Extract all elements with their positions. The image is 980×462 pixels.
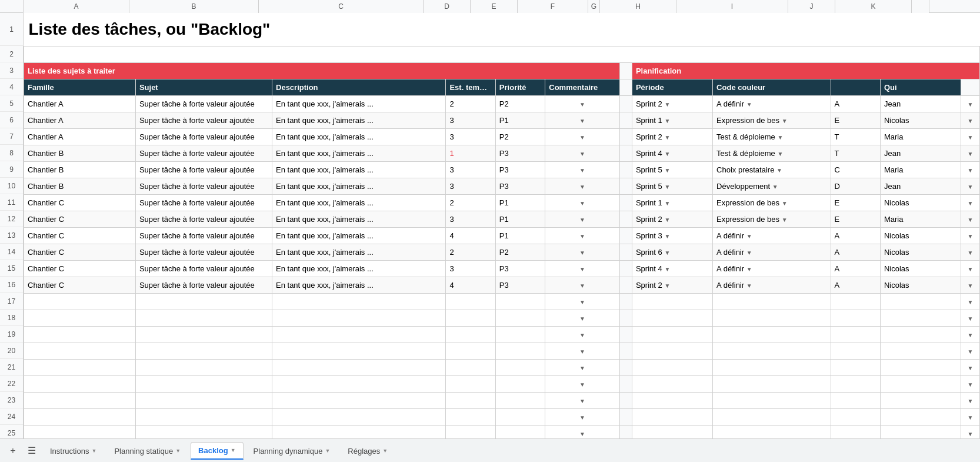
cell-est-temps[interactable]: 2 bbox=[446, 244, 495, 260]
cell-qui-dropdown[interactable]: ▼ bbox=[961, 178, 980, 194]
cell-description[interactable]: En tant que xxx, j'aimerais ... bbox=[272, 277, 446, 293]
commentaire-dropdown[interactable]: ▼ bbox=[579, 134, 585, 141]
cell-priorite[interactable]: P3 bbox=[495, 145, 545, 161]
cell-commentaire[interactable]: ▼ bbox=[545, 260, 620, 277]
cell-description[interactable]: En tant que xxx, j'aimerais ... bbox=[272, 145, 446, 161]
cell-qui-dropdown[interactable]: ▼ bbox=[961, 112, 980, 128]
empty-cell[interactable] bbox=[831, 310, 880, 326]
empty-cell[interactable]: ▼ bbox=[545, 408, 620, 425]
qui-dropdown[interactable]: ▼ bbox=[968, 217, 974, 223]
cell-qui[interactable]: Nicolas bbox=[880, 277, 961, 293]
empty-cell[interactable] bbox=[713, 408, 831, 425]
cell-periode[interactable]: Sprint 4 ▼ bbox=[632, 145, 712, 161]
cell-qui[interactable]: Jean bbox=[880, 145, 961, 161]
cell-priorite[interactable]: P2 bbox=[495, 128, 545, 145]
empty-cell[interactable] bbox=[24, 293, 136, 310]
empty-cell[interactable] bbox=[880, 310, 961, 326]
cell-periode[interactable]: Sprint 1 ▼ bbox=[632, 112, 712, 128]
cell-est-temps[interactable]: 3 bbox=[446, 161, 495, 178]
empty-cell[interactable] bbox=[831, 375, 880, 392]
qui-dropdown[interactable]: ▼ bbox=[968, 184, 974, 190]
qui-dropdown[interactable]: ▼ bbox=[968, 200, 974, 207]
cell-periode[interactable]: Sprint 1 ▼ bbox=[632, 194, 712, 211]
empty-cell[interactable] bbox=[632, 310, 712, 326]
cell-periode[interactable]: Sprint 4 ▼ bbox=[632, 260, 712, 277]
empty-cell[interactable] bbox=[880, 408, 961, 425]
empty-cell[interactable] bbox=[831, 293, 880, 310]
empty-cell[interactable] bbox=[272, 343, 446, 359]
code-couleur-dropdown[interactable]: ▼ bbox=[776, 167, 782, 174]
cell-qui-dropdown[interactable]: ▼ bbox=[961, 194, 980, 211]
empty-cell[interactable] bbox=[446, 293, 495, 310]
code-couleur-dropdown[interactable]: ▼ bbox=[746, 101, 752, 108]
cell-qui-dropdown[interactable]: ▼ bbox=[961, 161, 980, 178]
empty-cell[interactable] bbox=[446, 310, 495, 326]
empty-cell[interactable] bbox=[632, 375, 712, 392]
cell-sujet[interactable]: Super tâche à forte valeur ajoutée bbox=[135, 277, 272, 293]
empty-cell[interactable] bbox=[713, 359, 831, 375]
cell-priorite[interactable]: P2 bbox=[495, 95, 545, 112]
commentaire-dropdown[interactable]: ▼ bbox=[579, 233, 585, 240]
empty-cell[interactable] bbox=[495, 293, 545, 310]
qui-dropdown[interactable]: ▼ bbox=[968, 250, 974, 256]
empty-cell[interactable] bbox=[272, 375, 446, 392]
cell-commentaire[interactable]: ▼ bbox=[545, 211, 620, 227]
empty-cell[interactable] bbox=[632, 343, 712, 359]
empty-cell[interactable] bbox=[713, 392, 831, 408]
cell-qui-dropdown[interactable]: ▼ bbox=[961, 260, 980, 277]
cell-qui-dropdown[interactable]: ▼ bbox=[961, 145, 980, 161]
cell-code-couleur[interactable]: Choix prestataire ▼ bbox=[713, 161, 831, 178]
periode-dropdown[interactable]: ▼ bbox=[664, 101, 670, 108]
empty-cell[interactable] bbox=[135, 392, 272, 408]
cell-description[interactable]: En tant que xxx, j'aimerais ... bbox=[272, 260, 446, 277]
cell-description[interactable]: En tant que xxx, j'aimerais ... bbox=[272, 128, 446, 145]
empty-cell[interactable] bbox=[632, 326, 712, 343]
cell-qui[interactable]: Jean bbox=[880, 95, 961, 112]
commentaire-dropdown[interactable]: ▼ bbox=[579, 118, 585, 124]
empty-cell[interactable] bbox=[880, 425, 961, 438]
commentaire-dropdown[interactable]: ▼ bbox=[579, 184, 585, 190]
empty-cell[interactable] bbox=[495, 375, 545, 392]
cell-est-temps[interactable]: 3 bbox=[446, 128, 495, 145]
cell-est-temps[interactable]: 3 bbox=[446, 260, 495, 277]
cell-sujet[interactable]: Super tâche à forte valeur ajoutée bbox=[135, 95, 272, 112]
empty-cell[interactable] bbox=[24, 375, 136, 392]
cell-code-couleur[interactable]: Expression de bes ▼ bbox=[713, 112, 831, 128]
empty-cell[interactable] bbox=[713, 375, 831, 392]
cell-commentaire[interactable]: ▼ bbox=[545, 277, 620, 293]
empty-cell[interactable] bbox=[135, 425, 272, 438]
cell-sujet[interactable]: Super tâche à forte valeur ajoutée bbox=[135, 194, 272, 211]
cell-priorite[interactable]: P3 bbox=[495, 161, 545, 178]
commentaire-dropdown[interactable]: ▼ bbox=[579, 200, 585, 207]
empty-cell[interactable] bbox=[135, 359, 272, 375]
cell-qui[interactable]: Maria bbox=[880, 161, 961, 178]
commentaire-dropdown[interactable]: ▼ bbox=[579, 151, 585, 157]
empty-cell[interactable]: ▼ bbox=[961, 310, 980, 326]
empty-cell[interactable] bbox=[713, 425, 831, 438]
cell-code-couleur[interactable]: Expression de bes ▼ bbox=[713, 211, 831, 227]
code-couleur-dropdown[interactable]: ▼ bbox=[777, 151, 783, 157]
empty-cell[interactable] bbox=[495, 359, 545, 375]
cell-famille[interactable]: Chantier C bbox=[24, 227, 136, 244]
empty-cell[interactable]: ▼ bbox=[961, 375, 980, 392]
cell-priorite[interactable]: P1 bbox=[495, 227, 545, 244]
empty-cell[interactable] bbox=[446, 343, 495, 359]
commentaire-dropdown[interactable]: ▼ bbox=[579, 250, 585, 256]
cell-famille[interactable]: Chantier C bbox=[24, 277, 136, 293]
code-couleur-dropdown[interactable]: ▼ bbox=[782, 200, 788, 207]
qui-dropdown[interactable]: ▼ bbox=[968, 233, 974, 240]
empty-cell[interactable] bbox=[446, 392, 495, 408]
cell-periode[interactable]: Sprint 2 ▼ bbox=[632, 211, 712, 227]
cell-qui-dropdown[interactable]: ▼ bbox=[961, 227, 980, 244]
periode-dropdown[interactable]: ▼ bbox=[664, 217, 670, 223]
cell-periode[interactable]: Sprint 2 ▼ bbox=[632, 128, 712, 145]
empty-cell[interactable] bbox=[135, 310, 272, 326]
cell-priorite[interactable]: P3 bbox=[495, 260, 545, 277]
empty-cell[interactable] bbox=[880, 343, 961, 359]
commentaire-dropdown[interactable]: ▼ bbox=[579, 101, 585, 108]
cell-code-letter[interactable]: A bbox=[831, 277, 880, 293]
code-couleur-dropdown[interactable]: ▼ bbox=[772, 184, 778, 190]
code-couleur-dropdown[interactable]: ▼ bbox=[746, 250, 752, 256]
cell-sujet[interactable]: Super tâche à forte valeur ajoutée bbox=[135, 128, 272, 145]
periode-dropdown[interactable]: ▼ bbox=[664, 118, 670, 124]
